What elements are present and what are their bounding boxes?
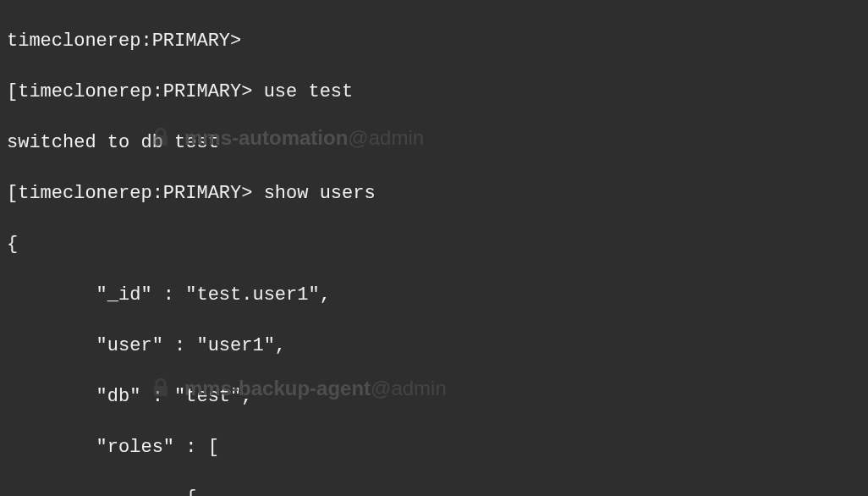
terminal-output[interactable]: timeclonerep:PRIMARY> [timeclonerep:PRIM… <box>7 3 861 496</box>
terminal-line: "roles" : [ <box>7 435 861 460</box>
terminal-line: [timeclonerep:PRIMARY> show users <box>7 181 861 207</box>
terminal-line: timeclonerep:PRIMARY> <box>7 29 861 54</box>
terminal-line: { <box>7 232 861 257</box>
terminal-line: switched to db test <box>7 130 861 156</box>
terminal-line: [timeclonerep:PRIMARY> use test <box>7 80 861 105</box>
terminal-line: "user" : "user1", <box>7 333 861 359</box>
terminal-line: "_id" : "test.user1", <box>7 283 861 308</box>
terminal-line: "db" : "test", <box>7 384 861 410</box>
terminal-line: { <box>7 486 861 496</box>
